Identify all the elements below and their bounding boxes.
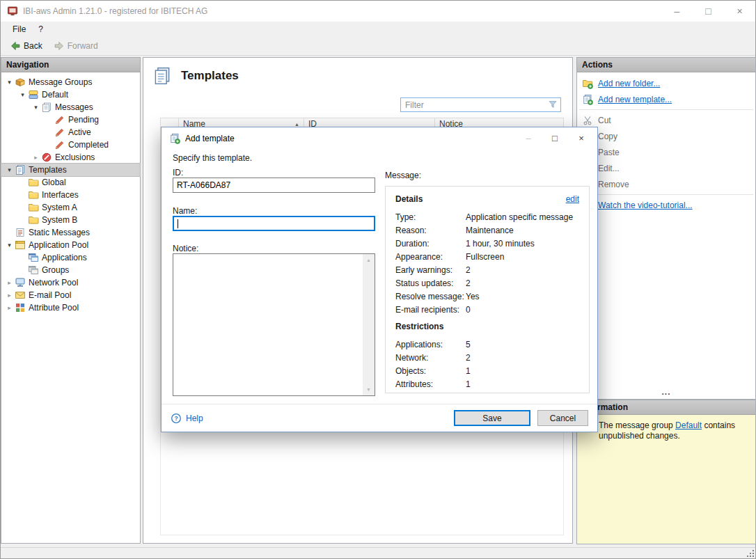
message-label: Message: [385,171,421,180]
filter-funnel-icon[interactable] [548,100,558,109]
id-input[interactable] [173,178,375,193]
tree-item-message-groups[interactable]: ▾Message Groups [1,76,140,88]
notice-textarea[interactable]: ▲ ▼ [173,253,375,396]
actions-panel: Actions Add new folder...Add new templat… [576,57,756,400]
tree-item-templates[interactable]: ▾Templates [1,164,140,176]
forward-arrow-icon [54,40,65,52]
action-remove: Remove [577,176,755,192]
default-group-link[interactable]: Default [675,420,702,430]
text-caret [178,219,178,228]
tree-item-label: Network Pool [29,278,78,288]
chevron-collapsed-icon[interactable]: ▸ [4,304,15,311]
app-icon [7,6,18,17]
detail-row-applications: Applications:5 [395,338,579,351]
toolbar: Back Forward [1,37,755,56]
scroll-track[interactable] [363,266,375,384]
action-watch-the-video-tutorial[interactable]: Watch the video-tutorial... [577,197,755,213]
tree-item-static-messages[interactable]: Static Messages [1,226,140,239]
status-bar [1,547,755,558]
id-label: ID: [173,168,183,178]
menu-item-file[interactable]: File [6,23,32,36]
panel-splitter[interactable]: ... [577,391,755,397]
dialog-close-button[interactable]: × [568,127,594,149]
cancel-button[interactable]: Cancel [537,410,588,426]
tree-item-messages[interactable]: ▾Messages [1,101,140,113]
tree-item-e-mail-pool[interactable]: ▸E-mail Pool [1,289,140,301]
tree-item-pending[interactable]: Pending [1,113,140,126]
dialog-title-bar[interactable]: Add template – □ × [162,127,597,149]
tree-item-default[interactable]: ▾Default [1,88,140,101]
pending-icon [54,114,65,125]
folder-icon [28,214,39,226]
tree-item-system-b[interactable]: System B [1,214,140,226]
chevron-expanded-icon[interactable]: ▾ [4,166,15,173]
chevron-expanded-icon[interactable]: ▾ [17,91,28,98]
tree-item-interfaces[interactable]: Interfaces [1,189,140,201]
dialog-minimize-button[interactable]: – [515,127,542,149]
page-title: Templates [181,69,239,83]
resize-grip[interactable] [746,549,754,557]
back-button[interactable]: Back [5,39,47,53]
detail-row-reason: Reason:Maintenance [395,223,579,237]
title-bar[interactable]: IBI-aws Admin 1.21.0 - registered for IB… [1,1,755,22]
active-icon [54,127,65,138]
maximize-button[interactable]: □ [693,1,724,22]
details-rows: Type:Application specific messageReason:… [395,210,579,316]
cut-icon [582,115,593,126]
dialog-maximize-button[interactable]: □ [542,127,568,149]
add-template-icon [582,94,593,105]
help-icon: ? [171,413,182,424]
applications-icon [28,252,39,263]
chevron-expanded-icon[interactable]: ▾ [4,242,15,249]
back-arrow-icon [10,40,21,52]
name-input[interactable] [173,216,375,231]
page-header: Templates [152,66,239,86]
close-button[interactable]: × [724,1,755,22]
edit-link[interactable]: edit [566,194,579,204]
tree-item-exclusions[interactable]: ▸Exclusions [1,151,140,164]
exclusions-icon [41,152,52,163]
help-button[interactable]: ? Help [171,413,203,424]
tree-item-label: Interfaces [42,190,79,200]
menu-item-help[interactable]: ? [32,23,49,36]
chevron-collapsed-icon[interactable]: ▸ [4,279,15,286]
tree-item-applications[interactable]: Applications [1,251,140,264]
minimize-button[interactable]: – [661,1,693,22]
notice-scrollbar[interactable]: ▲ ▼ [363,254,375,395]
attribute-pool-icon [15,302,26,313]
tree-item-active[interactable]: Active [1,126,140,139]
filter-input[interactable] [400,97,561,112]
action-add-new-template[interactable]: Add new template... [577,91,755,107]
message-groups-icon [15,77,26,88]
tree-item-label: System B [42,215,77,225]
chevron-collapsed-icon[interactable]: ▸ [4,292,15,299]
tree-item-completed[interactable]: Completed [1,139,140,151]
tree-item-label: Messages [55,102,93,112]
scroll-down-icon[interactable]: ▼ [363,384,375,395]
tree-item-system-a[interactable]: System A [1,201,140,214]
tree-item-network-pool[interactable]: ▸Network Pool [1,276,140,289]
tree-item-groups[interactable]: Groups [1,264,140,276]
action-add-new-folder[interactable]: Add new folder... [577,75,755,91]
detail-row-resolve-message: Resolve message:Yes [395,290,579,303]
chevron-collapsed-icon[interactable]: ▸ [31,154,41,161]
add-template-dialog: Add template – □ × Specify this template… [161,127,598,432]
forward-button[interactable]: Forward [49,39,103,53]
tree-item-global[interactable]: Global [1,176,140,189]
sort-ascending-icon: ▲ [294,122,299,127]
info-text-before: The message group [599,420,675,430]
chevron-expanded-icon[interactable]: ▾ [4,79,15,86]
restrictions-rows: Applications:5Network:2Objects:1Attribut… [395,338,579,391]
chevron-expanded-icon[interactable]: ▾ [31,104,41,111]
scroll-up-icon[interactable]: ▲ [363,254,375,266]
notice-label: Notice: [173,244,198,253]
save-button[interactable]: Save [454,410,530,426]
navigation-panel: Navigation ▾Message Groups▾Default▾Messa… [1,57,141,544]
tree-item-label: E-mail Pool [29,290,71,300]
application-pool-icon [15,239,26,251]
information-content: The message group Default contains unpub… [577,415,755,447]
tree-item-attribute-pool[interactable]: ▸Attribute Pool [1,301,140,314]
tree-item-label: Completed [68,140,109,150]
tree-item-application-pool[interactable]: ▾Application Pool [1,239,140,251]
detail-row-attributes: Attributes:1 [395,377,579,391]
